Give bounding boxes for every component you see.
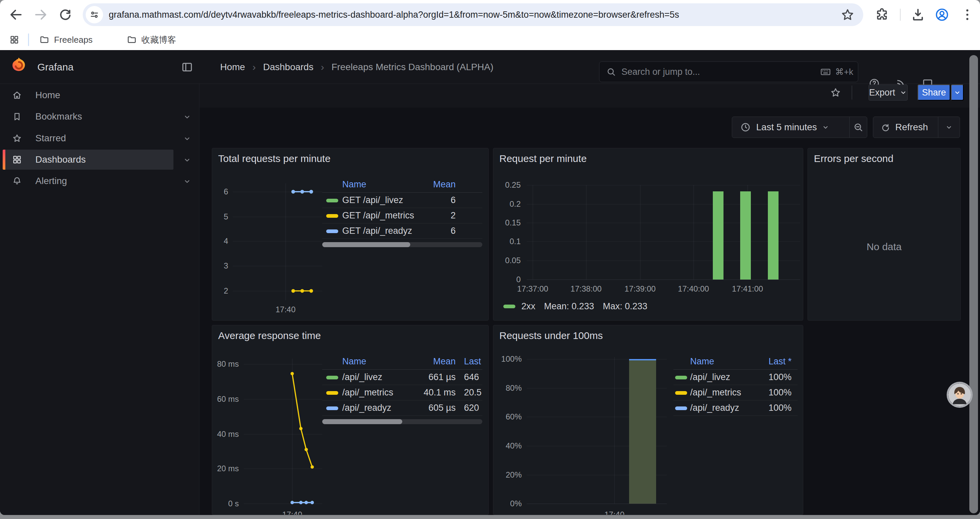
legend-series-name[interactable]: 2xx [521,301,535,311]
sidebar-nav: Home Bookmarks Starred Dashboards [0,84,199,515]
legend-series-name[interactable]: /api/_readyz [342,401,391,415]
series-color-pill [675,406,687,410]
grafana-flame-icon [10,57,27,75]
sidebar-item-home[interactable]: Home [0,85,199,106]
share-menu-button[interactable] [951,85,964,101]
page-scrollbar[interactable] [969,55,978,513]
legend-series-name[interactable]: /api/_livez [690,370,730,385]
x-tick: 17:37:00 [513,284,553,294]
chevron-down-icon[interactable] [183,134,191,143]
gridline [233,241,322,241]
bar-2xx [740,192,751,279]
legend-mean-value: 2 [402,208,456,223]
legend-header-last[interactable]: Last * [768,354,792,369]
bar-under-100ms [629,360,656,504]
chevron-down-icon[interactable] [183,177,191,186]
legend-scrollbar[interactable] [322,419,482,424]
sidebar-item-label: Alerting [35,170,67,192]
legend-header-last[interactable]: Last * [464,354,482,369]
url-bar[interactable]: grafana.mathmast.com/d/deytv4rwavabkb/fr… [83,3,863,26]
breadcrumb-dashboards[interactable]: Dashboards [263,62,313,72]
site-settings-button[interactable] [86,6,103,23]
legend-last-value: 620 [464,401,482,415]
browser-menu-button[interactable] [960,7,975,22]
search-shortcut: ⌘+k [835,67,853,77]
panel-errors-per-second: Errors per second No data [808,148,961,321]
apps-grid-icon [10,35,19,45]
apps-button[interactable] [10,29,19,50]
extensions-button[interactable] [875,7,889,22]
legend-series-name[interactable]: /api/_metrics [342,385,393,400]
legend-row: GET /api/_metrics 2 [322,208,482,224]
refresh-interval-button[interactable] [938,123,960,131]
assistant-avatar-widget[interactable] [948,383,971,406]
bookmarks-divider [28,34,29,46]
search-placeholder: Search or jump to... [621,67,820,77]
legend-mean: Mean: 0.233 [544,301,594,311]
sidebar-item-alerting[interactable]: Alerting [0,170,199,192]
share-label: Share [922,88,946,98]
back-button[interactable] [9,7,23,22]
legend-header-mean[interactable]: Mean [402,354,456,369]
legend-series-name[interactable]: /api/_livez [342,370,382,385]
sidebar-item-label: Home [35,85,60,106]
downloads-button[interactable] [911,7,925,22]
legend-table: Name Mean GET /api/_livez 6 GET /api/_me… [322,177,482,249]
grid-icon [12,155,22,164]
legend-header-mean[interactable]: Mean [402,177,456,192]
refresh-button-group[interactable]: Refresh [873,117,960,138]
bar-2xx [713,192,724,279]
sidebar-toggle-button[interactable] [181,61,193,73]
bookmark-folder-blogs[interactable]: 收藏博客 [127,29,176,50]
search-input[interactable]: Search or jump to... ⌘+k [599,61,858,82]
breadcrumb-separator: › [253,61,256,73]
reload-button[interactable] [58,7,73,22]
legend-header-name[interactable]: Name [342,354,366,369]
breadcrumb-home[interactable]: Home [220,62,245,72]
legend-mean-value: 6 [402,224,456,238]
bookmark-star-button[interactable] [841,8,854,22]
sidebar-item-starred[interactable]: Starred [0,128,199,149]
legend-series-name[interactable]: GET /api/_livez [342,193,403,208]
chevron-down-icon[interactable] [183,156,191,164]
share-button[interactable]: Share [918,85,950,101]
export-button[interactable]: Export [869,85,908,101]
time-range-picker[interactable]: Last 5 minutes [732,117,867,138]
legend-header-name[interactable]: Name [342,177,366,192]
clock-icon [740,122,751,133]
bookmark-folder-label: Freeleaps [54,35,93,45]
zoom-out-button[interactable] [850,122,867,133]
profile-button[interactable] [935,7,949,22]
forward-button[interactable] [33,7,48,22]
grafana-logo[interactable] [10,57,27,76]
bookmark-folder-freeleaps[interactable]: Freeleaps [39,29,93,50]
legend-series-name[interactable]: GET /api/_readyz [342,224,412,238]
panel-title[interactable]: Errors per second [814,153,893,164]
gridline [244,364,322,364]
panel-title[interactable]: Average response time [218,330,321,341]
legend-scrollbar-thumb[interactable] [322,242,410,247]
panel-toggle-icon [181,61,193,73]
y-tick: 80 ms [212,359,239,369]
selected-item-accent-bar [3,150,5,170]
legend-series-name[interactable]: /api/_readyz [690,401,739,415]
legend-series-name[interactable]: /api/_metrics [690,385,741,400]
legend-scrollbar-thumb[interactable] [322,419,402,424]
gridline [233,192,322,192]
y-tick: 2 [212,286,228,296]
favorite-dashboard-button[interactable] [830,87,841,98]
y-tick: 0 s [212,498,239,509]
sidebar-item-dashboards[interactable]: Dashboards [0,149,199,170]
sidebar-item-bookmarks[interactable]: Bookmarks [0,106,199,127]
folder-icon [127,35,137,45]
panel-title[interactable]: Total requests per minute [218,153,331,164]
legend-scrollbar[interactable] [322,242,482,247]
keyboard-icon [820,66,831,77]
legend-header-name[interactable]: Name [690,354,714,369]
legend-header: Name Mean Last * [322,354,482,370]
legend-mean-value: 605 µs [402,401,456,415]
chevron-down-icon[interactable] [183,113,191,121]
sidebar-item-label: Dashboards [35,149,86,170]
x-tick: 17:38:00 [566,284,606,294]
chevron-down-icon [899,88,907,96]
